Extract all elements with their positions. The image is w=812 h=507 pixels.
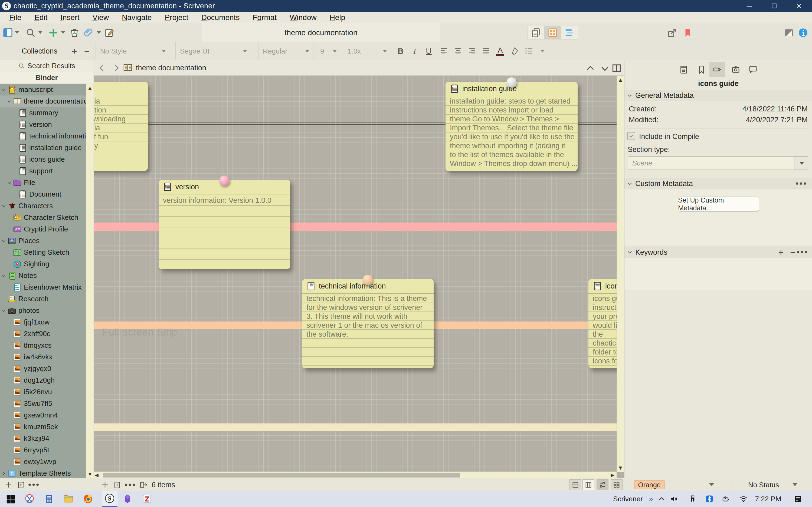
- tray-power-icon[interactable]: [720, 491, 732, 507]
- view-mode-document-icon[interactable]: [527, 26, 544, 39]
- binder-item-summary[interactable]: summary: [0, 107, 86, 119]
- menu-view[interactable]: View: [86, 12, 115, 23]
- taskbar-app-scrivener[interactable]: S: [102, 491, 117, 507]
- binder-item-icons-guide[interactable]: icons guide: [0, 154, 86, 165]
- chevron-down-icon[interactable]: [1, 203, 6, 209]
- binder-item-theme-documentation[interactable]: theme documentation: [0, 96, 86, 107]
- inspector-info-icon[interactable]: [797, 27, 809, 39]
- highlight-button[interactable]: [508, 42, 521, 60]
- italic-button[interactable]: I: [409, 42, 421, 60]
- collections-add-button[interactable]: +: [68, 46, 81, 57]
- inspector-tab-metadata-icon[interactable]: [709, 62, 725, 77]
- taskbar-app-file-explorer[interactable]: [61, 491, 76, 507]
- underline-button[interactable]: U: [423, 42, 435, 60]
- paperclip-dropdown[interactable]: [97, 32, 101, 34]
- menu-documents[interactable]: Documents: [195, 12, 246, 23]
- font-size-select[interactable]: 9: [316, 42, 341, 60]
- corkboard-hscroll-thumb[interactable]: [103, 473, 460, 477]
- trash-icon[interactable]: [69, 27, 80, 39]
- corkboard-hscrollbar[interactable]: ◀ ▶: [94, 472, 624, 478]
- inspector-tab-bookmarks-icon[interactable]: [694, 62, 709, 77]
- binder-item-research[interactable]: Research: [0, 293, 86, 305]
- binder-item-places[interactable]: Places: [0, 235, 86, 246]
- collections-remove-button[interactable]: −: [81, 46, 93, 57]
- corkboard-columns-view-button[interactable]: [582, 480, 594, 490]
- align-justify-icon[interactable]: [479, 42, 493, 60]
- view-mode-corkboard-icon[interactable]: [544, 26, 561, 39]
- previous-document-icon[interactable]: [586, 64, 595, 73]
- tab-search-results[interactable]: Search Results: [0, 60, 93, 72]
- inspector-tab-comments-icon[interactable]: [745, 62, 761, 77]
- custom-metadata-more-icon[interactable]: •••: [796, 179, 807, 188]
- taskbar-app-zotero[interactable]: [139, 491, 155, 507]
- menu-navigate[interactable]: Navigate: [115, 12, 158, 23]
- add-item-icon[interactable]: [48, 27, 59, 39]
- bold-button[interactable]: B: [395, 42, 407, 60]
- binder-item-gxew0mn4[interactable]: gxew0mn4: [0, 409, 86, 421]
- chevron-right-icon[interactable]: [1, 471, 6, 476]
- compose-icon[interactable]: [104, 27, 115, 39]
- section-type-select[interactable]: Scene: [628, 156, 809, 170]
- corkboard-freeform-view-button[interactable]: [597, 480, 608, 490]
- search-dropdown[interactable]: [39, 32, 42, 34]
- layout-toggle-icon[interactable]: [783, 27, 795, 39]
- taskbar-app-start-icon[interactable]: [3, 491, 18, 507]
- binder-item-support[interactable]: support: [0, 165, 86, 177]
- tab-binder[interactable]: Binder: [0, 72, 93, 84]
- binder-item-eisenhower-matrix[interactable]: Eisenhower Matrix: [0, 281, 86, 293]
- font-weight-select[interactable]: Regular: [258, 42, 313, 60]
- inspector-tab-snapshots-icon[interactable]: [728, 62, 744, 77]
- text-color-button[interactable]: A: [494, 42, 507, 60]
- corkboard-scroll-down-icon[interactable]: ▼: [617, 464, 624, 471]
- binder-item-template-sheets[interactable]: Template Sheets: [0, 467, 86, 478]
- list-format-icon[interactable]: [522, 42, 536, 60]
- section-type-dropdown-icon[interactable]: [794, 157, 809, 170]
- binder-item-sighting[interactable]: Sighting: [0, 258, 86, 270]
- binder-item-notes[interactable]: Notes: [0, 270, 86, 281]
- binder-more-icon[interactable]: •••: [29, 480, 39, 490]
- binder-scroll-down-icon[interactable]: ▼: [86, 470, 94, 477]
- binder-item-file[interactable]: File: [0, 177, 86, 188]
- include-in-compile-checkbox[interactable]: [627, 132, 635, 140]
- menu-insert[interactable]: Insert: [54, 12, 86, 23]
- menu-format[interactable]: Format: [246, 12, 283, 23]
- binder-item-35wu7ff5[interactable]: 35wu7ff5: [0, 398, 86, 409]
- keywords-add-icon[interactable]: +: [778, 247, 783, 258]
- binder-toggle-icon[interactable]: [2, 27, 13, 39]
- back-button[interactable]: [97, 63, 107, 72]
- corkboard-vscrollbar[interactable]: ▲ ▼: [617, 76, 624, 472]
- label-chip[interactable]: Orange: [634, 481, 664, 489]
- taskbar-app-calculator[interactable]: [41, 491, 57, 507]
- tray-show-hidden-icon[interactable]: [656, 491, 667, 507]
- corkboard-more-icon[interactable]: •••: [125, 480, 135, 490]
- binder-item-2xhff90c[interactable]: 2xhff90c: [0, 328, 86, 340]
- label-dropdown-icon[interactable]: [709, 483, 714, 486]
- binder-item-k3kzji94[interactable]: k3kzji94: [0, 433, 86, 444]
- binder-add-folder-icon[interactable]: [16, 480, 26, 490]
- binder-add-icon[interactable]: [4, 480, 13, 490]
- binder-item-dqg1z0gh[interactable]: dqg1z0gh: [0, 375, 86, 386]
- export-icon[interactable]: [139, 480, 148, 490]
- section-keywords[interactable]: Keywords + − •••: [624, 246, 812, 258]
- chevron-down-icon[interactable]: [6, 99, 12, 104]
- binder-item-ewxy1wvp[interactable]: ewxy1wvp: [0, 456, 86, 467]
- font-select[interactable]: Segoe UI: [175, 42, 251, 60]
- menu-project[interactable]: Project: [158, 12, 195, 23]
- split-editor-icon[interactable]: [612, 63, 621, 73]
- corkboard-grid-view-button[interactable]: [611, 480, 622, 490]
- tray-usb-icon[interactable]: [687, 491, 699, 507]
- paperclip-icon[interactable]: [83, 27, 94, 39]
- corkboard-scroll-right-icon[interactable]: ▶: [611, 472, 614, 478]
- binder-item-document[interactable]: Document: [0, 188, 86, 200]
- align-center-icon[interactable]: [452, 42, 464, 60]
- menu-window[interactable]: Window: [283, 12, 323, 23]
- keywords-more-icon[interactable]: •••: [797, 248, 809, 257]
- chevron-down-icon[interactable]: [1, 308, 6, 314]
- index-card-technical-information[interactable]: technical informationtechnical informati…: [302, 279, 434, 368]
- tray-action-center-icon[interactable]: [791, 491, 805, 507]
- view-mode-outline-icon[interactable]: [561, 26, 578, 39]
- close-button[interactable]: [788, 0, 810, 12]
- taskbar-app-snipping-tool[interactable]: [22, 491, 37, 507]
- binder-item-fjqf1xow[interactable]: fjqf1xow: [0, 316, 86, 328]
- align-right-icon[interactable]: [465, 42, 478, 60]
